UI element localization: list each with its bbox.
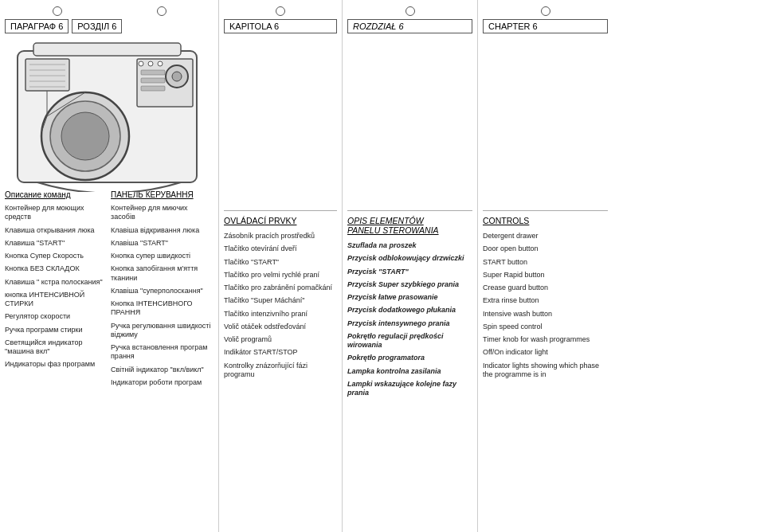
section-czech: KAPITOLA 6 OVLÁDACÍ PRVKY Zásobník prací… [219,0,343,532]
item-en-9: Off/On indicator light [483,348,608,357]
item-ru-1: Клавиша открывания люка [5,226,108,235]
header-circles-polish [347,6,472,16]
item-pl-1: Przycisk odblokowujący drzwiczki [347,254,472,263]
divider-polish [347,210,472,211]
item-en-6: Intensive wash button [483,310,608,319]
column-ukrainian: ПАНЕЛЬ КЕРУВАННЯ Контейнер для миючих за… [111,190,214,526]
item-en-8: Timer knob for wash programmes [483,335,608,344]
item-en-4: Crease guard button [483,284,608,292]
machine-svg [14,37,205,192]
item-cz-8: Volič programů [224,335,337,344]
item-uk-10: Індикатори роботи програм [111,378,214,387]
svg-rect-16 [141,86,165,91]
content-columns: Описание команд Контейнер для моющих сре… [5,190,214,526]
item-cz-4: Tlačítko pro zabránění pomačkání [224,284,337,292]
circle-polish-1 [405,6,415,16]
item-pl-2: Przycisk "START" [347,268,472,276]
svg-rect-15 [141,78,165,83]
item-ru-6: кнопка ИНТЕНСИВНОЙ СТИРКИ [5,291,108,309]
svg-rect-1 [33,43,181,56]
item-en-0: Detergent drawer [483,232,608,241]
item-cz-10: Kontrolky znázorňující fázi programu [224,362,337,380]
item-pl-6: Przycisk intensywnego prania [347,319,472,328]
item-pl-4: Przycisk łatwe prasowanie [347,293,472,302]
item-pl-9: Lampka kontrolna zasilania [347,367,472,376]
item-pl-0: Szuflada na proszek [347,241,472,250]
item-ru-7: Регулятор скорости [5,312,108,321]
item-ru-5: Клавиша " кстра полоскания" [5,278,108,287]
item-uk-1: Клавіша відкривання люка [111,226,214,235]
item-ru-2: Клавиша "START" [5,239,108,248]
item-ru-0: Контейнер для моющих средств [5,204,108,222]
circle-1 [53,6,62,16]
divider-czech [224,210,337,211]
item-ru-3: Кнопка Супер Скорость [5,252,108,260]
item-pl-3: Przycisk Super szybkiego prania [347,280,472,289]
svg-point-13 [172,72,182,81]
header-circles-czech [224,6,337,16]
section-english: CHAPTER 6 CONTROLS Detergent drawer Door… [478,0,613,532]
item-uk-2: Клавіша "START" [111,239,214,248]
divider-english [483,210,608,211]
heading-czech: OVLÁDACÍ PRVKY [224,216,337,225]
item-uk-6: Кнопка ІНТЕНСИВНОГО ПРАННЯ [111,299,214,318]
item-en-5: Extra rinse button [483,296,608,305]
svg-rect-14 [141,70,165,75]
item-ru-8: Ручка программ стирки [5,326,108,334]
header-circles-left [5,6,214,16]
chapter-label-russian: ПАРАГРАФ 6 [5,19,69,33]
circle-2 [157,6,166,16]
item-uk-8: Ручка встановлення програм прання [111,343,214,362]
item-en-1: Door open button [483,244,608,253]
machine-illustration [14,37,205,184]
item-cz-6: Tlačítko intenzivního praní [224,310,337,319]
item-uk-7: Ручка регулювання швидкості віджиму [111,322,214,340]
item-pl-10: Lampki wskazujące kolejne fazy prania [347,380,472,398]
chapter-label-english: CHAPTER 6 [483,19,608,33]
item-uk-5: Клавіша "суперполоскання" [111,287,214,295]
item-cz-7: Volič otáček odstřeďování [224,323,337,331]
item-en-7: Spin speed control [483,323,608,331]
heading-polish: OPIS ELEMENTÓWPANELU STEROWANIA [347,216,472,235]
item-cz-2: Tlačítko "START" [224,258,337,267]
item-ru-4: Кнопка БЕЗ СКЛАДОК [5,264,108,273]
heading-english: CONTROLS [483,216,608,225]
item-ru-10: Индикаторы фаз программ [5,360,108,369]
item-uk-3: Кнопка супер швидкості [111,252,214,260]
svg-point-9 [139,61,143,66]
section-russian-ukrainian: ПАРАГРАФ 6 РОЗДІЛ 6 [0,0,219,532]
item-cz-1: Tlačítko otevírání dveří [224,244,337,253]
item-cz-0: Zásobník pracích prostředků [224,232,337,241]
header-circles-english [483,6,608,16]
svg-point-11 [158,61,163,66]
svg-rect-2 [25,59,69,91]
item-cz-5: Tlačítko "Super Máchání" [224,296,337,305]
item-en-10: Indicator lights showing which phase the… [483,362,608,380]
column-russian: Описание команд Контейнер для моющих сре… [5,190,108,526]
circle-czech-1 [276,6,285,16]
chapter-label-czech: KAPITOLA 6 [224,19,337,33]
item-pl-5: Przycisk dodatkowego płukania [347,306,472,315]
item-uk-9: Світній індикатор "вкл/викл" [111,366,214,374]
item-ru-9: Светящийся индикатор "машина вкл" [5,338,108,357]
item-uk-0: Контейнер для миючих засобів [111,204,214,222]
item-en-2: START button [483,258,608,267]
item-cz-9: Indikátor START/STOP [224,348,337,357]
item-cz-3: Tlačítko pro velmi rychlé praní [224,271,337,280]
item-pl-7: Pokrętło regulacji prędkości wirowania [347,332,472,350]
svg-point-19 [61,112,109,160]
svg-point-10 [148,61,153,66]
circle-english-1 [541,6,550,16]
item-pl-8: Pokrętło programatora [347,354,472,362]
chapter-label-polish: ROZDZIAŁ 6 [347,19,472,33]
item-uk-4: Кнопка запобігання м'яття тканини [111,264,214,283]
item-en-3: Super Rapid button [483,271,608,280]
section-polish: ROZDZIAŁ 6 OPIS ELEMENTÓWPANELU STEROWAN… [343,0,478,532]
chapter-label-ukrainian: РОЗДІЛ 6 [72,19,122,33]
